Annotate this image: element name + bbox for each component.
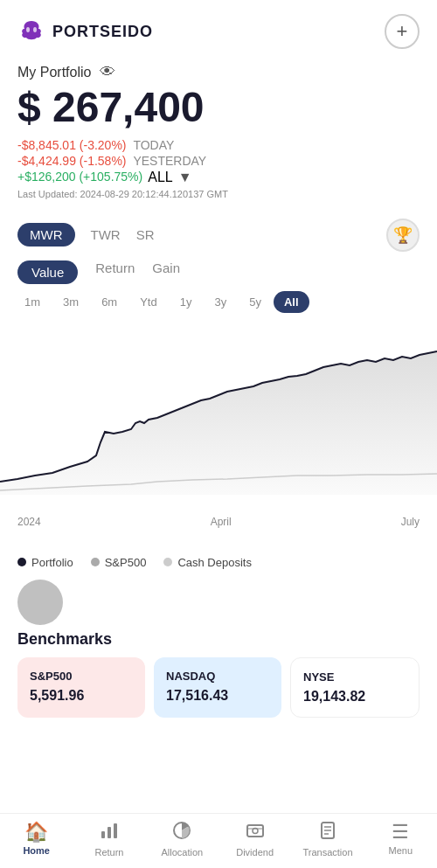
legend-sp500-dot	[91, 558, 100, 566]
allocation-icon	[172, 821, 191, 845]
benchmark-nasdaq: NASDAQ 17,516.43	[154, 657, 281, 718]
dividend-icon	[246, 821, 265, 845]
time-all[interactable]: All	[274, 291, 309, 313]
avatar	[17, 580, 63, 625]
change-all-row: +$126,200 (+105.75%) ALL ▼	[17, 170, 420, 185]
portfolio-value: $ 267,400	[17, 85, 420, 131]
time-1y[interactable]: 1y	[170, 291, 203, 313]
change-yesterday-label: YESTERDAY	[133, 154, 206, 168]
benchmark-sp500: S&P500 5,591.96	[17, 657, 145, 718]
legend-cash-label: Cash Deposits	[177, 556, 252, 569]
legend-portfolio-label: Portfolio	[31, 556, 73, 569]
svg-point-1	[33, 27, 37, 32]
nav-allocation[interactable]: Allocation	[156, 821, 208, 858]
transaction-icon	[318, 821, 337, 845]
svg-point-0	[26, 27, 30, 32]
nav-transaction[interactable]: Transaction	[302, 821, 354, 858]
change-today-value: -$8,845.01 (-3.20%)	[17, 138, 127, 152]
legend-portfolio-dot	[17, 558, 26, 566]
benchmark-nasdaq-name: NASDAQ	[166, 670, 269, 683]
add-button[interactable]: +	[385, 14, 420, 49]
svg-rect-3	[101, 831, 105, 838]
benchmark-sp500-value: 5,591.96	[30, 688, 133, 704]
svg-rect-7	[247, 825, 263, 837]
dropdown-chevron-icon[interactable]: ▼	[178, 170, 192, 185]
logo-area: PORTSEIDO	[17, 17, 153, 45]
benchmarks-title: Benchmarks	[0, 625, 437, 657]
benchmarks-row: S&P500 5,591.96 NASDAQ 17,516.43 NYSE 19…	[0, 657, 437, 726]
return-icon	[100, 821, 119, 845]
portfolio-title-row: My Portfolio 👁	[17, 63, 420, 81]
sub-tabs-row: Value Return Gain	[0, 252, 437, 288]
tab-return[interactable]: Return	[95, 260, 135, 284]
legend-row: Portfolio S&P500 Cash Deposits	[0, 547, 437, 574]
nav-menu[interactable]: ☰ Menu	[374, 821, 427, 858]
change-all-value: +$126,200 (+105.75%)	[17, 170, 142, 184]
chart-area: 2024 April July	[0, 320, 437, 547]
chart-x-labels: 2024 April July	[0, 512, 437, 528]
trophy-button[interactable]: 🏆	[386, 219, 420, 252]
benchmark-sp500-name: S&P500	[30, 670, 133, 683]
time-5y[interactable]: 5y	[239, 291, 272, 313]
time-ytd[interactable]: Ytd	[129, 291, 168, 313]
legend-cash-deposits: Cash Deposits	[163, 556, 252, 569]
svg-rect-4	[108, 827, 111, 838]
svg-rect-5	[114, 823, 117, 838]
change-today-label: TODAY	[133, 138, 174, 152]
portfolio-section: My Portfolio 👁 $ 267,400 -$8,845.01 (-3.…	[0, 63, 437, 208]
last-updated: Last Updated: 2024-08-29 20:12:44.120137…	[17, 189, 420, 199]
chart-svg	[0, 320, 437, 512]
metric-tabs-row: MWR TWR SR 🏆	[0, 208, 437, 252]
tab-mwr[interactable]: MWR	[17, 223, 75, 247]
time-6m[interactable]: 6m	[91, 291, 128, 313]
benchmark-nyse: NYSE 19,143.82	[290, 657, 420, 718]
benchmark-nyse-value: 19,143.82	[303, 689, 406, 705]
portfolio-title: My Portfolio	[17, 65, 91, 80]
change-yesterday-value: -$4,424.99 (-1.58%)	[17, 154, 127, 168]
time-range-row: 1m 3m 6m Ytd 1y 3y 5y All	[0, 288, 437, 320]
nav-allocation-label: Allocation	[161, 847, 203, 858]
nav-transaction-label: Transaction	[302, 847, 352, 858]
time-3y[interactable]: 3y	[204, 291, 237, 313]
tab-gain[interactable]: Gain	[152, 260, 180, 284]
nav-menu-label: Menu	[389, 845, 413, 856]
time-3m[interactable]: 3m	[52, 291, 89, 313]
benchmark-nasdaq-value: 17,516.43	[166, 688, 269, 704]
bottom-nav: 🏠 Home Return Allocation	[0, 813, 437, 868]
legend-sp500: S&P500	[91, 556, 147, 569]
nav-home-label: Home	[23, 845, 50, 856]
menu-icon: ☰	[392, 821, 409, 844]
avatar-area	[0, 574, 437, 625]
eye-icon[interactable]: 👁	[100, 63, 115, 81]
tab-value[interactable]: Value	[17, 260, 78, 284]
nav-dividend-label: Dividend	[236, 847, 274, 858]
legend-cash-dot	[163, 558, 172, 566]
chart-label-2024: 2024	[17, 516, 41, 528]
change-today-row: -$8,845.01 (-3.20%) TODAY	[17, 138, 420, 152]
tab-sr[interactable]: SR	[136, 224, 155, 246]
time-1m[interactable]: 1m	[14, 291, 51, 313]
svg-marker-2	[0, 351, 437, 495]
tab-twr[interactable]: TWR	[91, 224, 121, 246]
change-yesterday-row: -$4,424.99 (-1.58%) YESTERDAY	[17, 154, 420, 168]
legend-portfolio: Portfolio	[17, 556, 73, 569]
metric-tabs: MWR TWR SR	[17, 223, 155, 247]
header: PORTSEIDO +	[0, 0, 437, 63]
legend-sp500-label: S&P500	[105, 556, 147, 569]
chart-label-april: April	[211, 516, 232, 528]
benchmark-nyse-name: NYSE	[303, 670, 406, 684]
nav-home[interactable]: 🏠 Home	[10, 821, 63, 858]
nav-return[interactable]: Return	[83, 821, 135, 858]
nav-return-label: Return	[94, 847, 123, 858]
nav-dividend[interactable]: Dividend	[229, 821, 281, 858]
chart-label-july: July	[401, 516, 420, 528]
logo-text: PORTSEIDO	[52, 23, 153, 41]
logo-icon	[17, 17, 45, 45]
home-icon: 🏠	[24, 821, 48, 844]
change-all-label: ALL	[148, 170, 172, 185]
